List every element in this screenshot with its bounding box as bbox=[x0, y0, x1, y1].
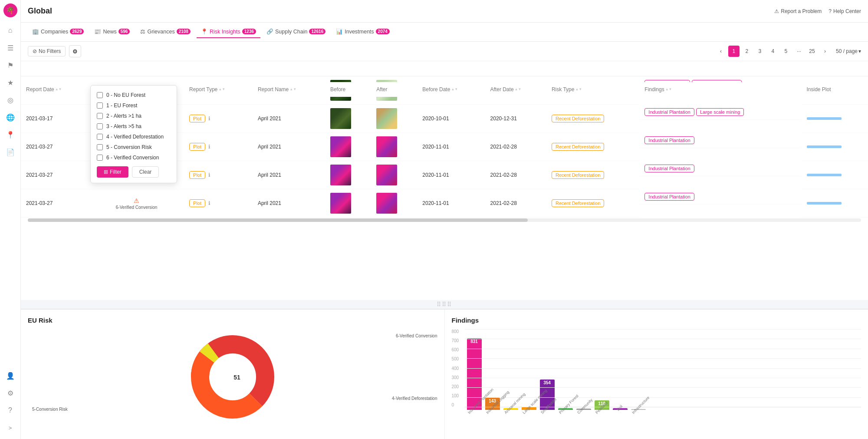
filter-checkbox-4[interactable] bbox=[97, 134, 103, 140]
sidebar-item-user[interactable]: 👤 bbox=[3, 368, 18, 383]
filter-checkbox-5[interactable] bbox=[97, 144, 103, 150]
sort-before-date[interactable]: Before Date ▲▼ bbox=[422, 86, 458, 92]
sort-report-type[interactable]: Report Type ▲▼ bbox=[189, 86, 225, 92]
report-problem-button[interactable]: ⚠ Report a Problem bbox=[774, 8, 822, 14]
help-circle-icon: ? bbox=[829, 8, 832, 14]
findings-section: Findings 800 700 600 500 400 300 200 100 bbox=[445, 310, 868, 439]
col-findings: Findings ▲▼ bbox=[639, 82, 801, 97]
sort-report-name[interactable]: Report Name ▲▼ bbox=[258, 86, 296, 92]
info-icon[interactable]: ℹ bbox=[208, 144, 210, 150]
help-center-label: Help Center bbox=[833, 8, 861, 14]
sidebar-item-globe[interactable]: 🌐 bbox=[3, 109, 18, 125]
info-icon[interactable]: ℹ bbox=[208, 172, 210, 178]
filter-option-4[interactable]: 4 - Verified Deforestation bbox=[91, 132, 177, 142]
page-1-button[interactable]: 1 bbox=[728, 46, 740, 57]
donut-chart: 51 6-Verified Conversion 4-Verified Defo… bbox=[28, 329, 437, 425]
app-logo[interactable]: 🌴 bbox=[3, 3, 17, 17]
info-icon[interactable]: ℹ bbox=[208, 200, 210, 206]
cell-after-date: 2020-12-31 bbox=[485, 105, 546, 133]
bar-col: Primary Forest bbox=[558, 338, 573, 416]
sort-report-date[interactable]: Report Date ▲▼ bbox=[26, 86, 62, 92]
plot-button[interactable]: Plot bbox=[189, 115, 205, 122]
cell-report-type: Plot ℹ bbox=[184, 133, 253, 161]
sidebar-item-star[interactable]: ★ bbox=[3, 75, 18, 90]
sidebar-expand-button[interactable]: > bbox=[3, 420, 18, 436]
filter-checkbox-1[interactable] bbox=[97, 102, 103, 109]
page-size-selector[interactable]: 50 / page ▾ bbox=[836, 48, 861, 54]
table-toolbar: ⊘ No Filters ⚙ 0 - No EU Forest 1 - EU F… bbox=[21, 42, 868, 61]
sort-findings[interactable]: Findings ▲▼ bbox=[644, 86, 672, 92]
filter-option-1[interactable]: 1 - EU Forest bbox=[91, 100, 177, 111]
cell-report-name: April 2021 bbox=[253, 105, 325, 133]
cell-report-name: April 2021 bbox=[253, 189, 325, 218]
tab-companies[interactable]: 🏢 Companies 2629 bbox=[28, 26, 88, 38]
content-area: ⊘ No Filters ⚙ 0 - No EU Forest 1 - EU F… bbox=[21, 42, 868, 439]
sidebar-item-map[interactable]: ◎ bbox=[3, 92, 18, 108]
filter-option-3[interactable]: 3 - Alerts >5 ha bbox=[91, 121, 177, 132]
col-before-date: Before Date ▲▼ bbox=[417, 82, 485, 97]
tab-risk-insights[interactable]: 📍 Risk Insights 1236 bbox=[197, 26, 260, 38]
filter-option-0-label: 0 - No EU Forest bbox=[106, 92, 145, 98]
clear-filter-button[interactable]: Clear bbox=[132, 166, 159, 178]
plot-button[interactable]: Plot bbox=[189, 171, 205, 179]
apply-filter-button[interactable]: ⊞ Filter bbox=[97, 166, 128, 178]
page-4-button[interactable]: 4 bbox=[767, 46, 779, 57]
next-page-button[interactable]: › bbox=[819, 46, 831, 57]
plot-button[interactable]: Plot bbox=[189, 199, 205, 207]
tab-investments[interactable]: 📊 Investments 2074 bbox=[332, 26, 394, 38]
page-3-button[interactable]: 3 bbox=[754, 46, 766, 57]
drag-handle[interactable]: ⠿⠿⠿ bbox=[21, 300, 868, 309]
y-200: 200 bbox=[452, 384, 459, 389]
finding-badge: Industrial Plantation bbox=[644, 193, 694, 201]
plot-button[interactable]: Plot bbox=[189, 143, 205, 151]
filter-checkbox-6[interactable] bbox=[97, 155, 103, 161]
info-icon[interactable]: ℹ bbox=[208, 116, 210, 122]
sidebar-item-home[interactable]: ⌂ bbox=[3, 23, 18, 38]
cell-after-image bbox=[371, 133, 417, 161]
tab-companies-badge: 2629 bbox=[70, 29, 84, 34]
main-content: Global ⚠ Report a Problem ? Help Center … bbox=[21, 0, 868, 439]
filter-option-5[interactable]: 5 - Conversion Risk bbox=[91, 142, 177, 152]
filter-checkbox-0[interactable] bbox=[97, 92, 103, 98]
sidebar-item-list[interactable]: ☰ bbox=[3, 40, 18, 56]
help-center-button[interactable]: ? Help Center bbox=[829, 8, 861, 14]
alert-icon: ⚠ bbox=[774, 8, 779, 14]
sort-after-date[interactable]: After Date ▲▼ bbox=[490, 86, 522, 92]
y-700: 700 bbox=[452, 338, 459, 343]
table-section: ⊘ No Filters ⚙ 0 - No EU Forest 1 - EU F… bbox=[21, 42, 868, 300]
bar-col: Soil bbox=[613, 338, 628, 416]
cell-report-type: Plot ℹ bbox=[184, 105, 253, 133]
sidebar-item-pin[interactable]: 📍 bbox=[3, 127, 18, 142]
filter-option-6[interactable]: 6 - Verified Conversion bbox=[91, 152, 177, 163]
column-settings-button[interactable]: ⚙ bbox=[69, 45, 81, 57]
filter-checkbox-2[interactable] bbox=[97, 113, 103, 119]
cell-report-date: 2021-03-17 bbox=[21, 105, 89, 133]
prev-page-button[interactable]: ‹ bbox=[715, 46, 727, 57]
cell-before-date: 2020-11-01 bbox=[417, 189, 485, 218]
horizontal-scrollbar[interactable] bbox=[28, 218, 861, 222]
donut-label-6: 6-Verified Conversion bbox=[396, 333, 437, 338]
sidebar-item-bookmark[interactable]: ⚑ bbox=[3, 57, 18, 73]
page-2-button[interactable]: 2 bbox=[741, 46, 753, 57]
sort-risk-type[interactable]: Risk Type ▲▼ bbox=[552, 86, 582, 92]
sort-icons-type: ▲▼ bbox=[218, 88, 225, 91]
filter-option-0[interactable]: 0 - No EU Forest bbox=[91, 90, 177, 100]
filter-option-2-label: 2 - Alerts >1 ha bbox=[106, 113, 141, 119]
filter-option-2[interactable]: 2 - Alerts >1 ha bbox=[91, 111, 177, 121]
sidebar-item-doc[interactable]: 📄 bbox=[3, 144, 18, 160]
finding-badge: Large scale mining bbox=[696, 108, 744, 116]
scrollbar-thumb[interactable] bbox=[28, 218, 528, 222]
no-filters-button[interactable]: ⊘ No Filters bbox=[28, 46, 66, 56]
tab-supply-chain[interactable]: 🔗 Supply Chain 12616 bbox=[262, 26, 330, 38]
sidebar-item-help[interactable]: ? bbox=[3, 403, 18, 418]
cell-findings: Industrial Plantation bbox=[639, 161, 801, 176]
page-5-button[interactable]: 5 bbox=[780, 46, 792, 57]
cell-before-image bbox=[325, 133, 371, 161]
filter-checkbox-3[interactable] bbox=[97, 123, 103, 129]
tab-news[interactable]: 📰 News 596 bbox=[90, 26, 134, 38]
tab-grievances[interactable]: ⚖ Grievances 2108 bbox=[136, 26, 194, 38]
page-last-button[interactable]: 25 bbox=[806, 46, 818, 57]
tab-supply-badge: 12616 bbox=[309, 29, 326, 34]
tab-news-label: News bbox=[103, 29, 116, 35]
sidebar-item-settings[interactable]: ⚙ bbox=[3, 385, 18, 401]
